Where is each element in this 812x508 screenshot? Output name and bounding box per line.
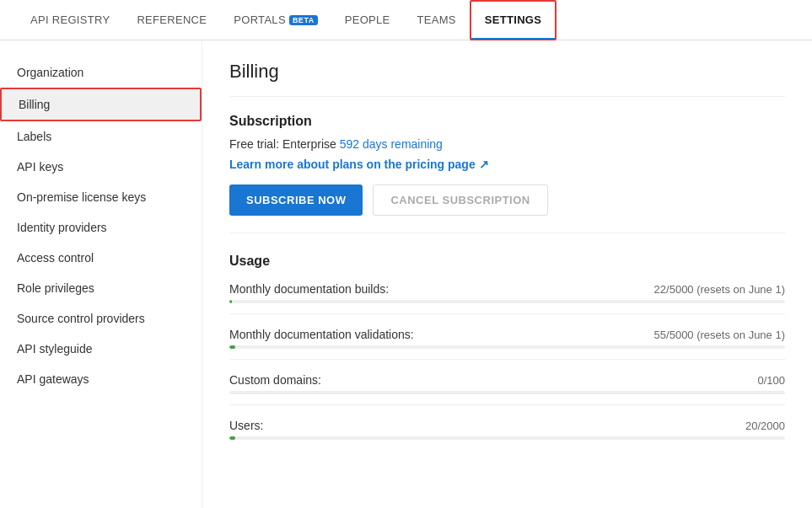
usage-label-1: Monthly documentation validations: [229,328,414,341]
sidebar-item-api-keys[interactable]: API keys [0,152,202,182]
page-title: Billing [229,61,785,97]
progress-bar-fill-0 [229,300,232,303]
sidebar-item-billing[interactable]: Billing [0,88,202,121]
usage-label-2: Custom domains: [229,373,321,387]
nav-item-portals[interactable]: PORTALSBETA [220,0,331,40]
usage-divider-0 [229,313,785,314]
usage-title: Usage [229,254,785,269]
usage-row-1: Monthly documentation validations:55/500… [229,328,785,341]
main-layout: OrganizationBillingLabelsAPI keysOn-prem… [0,40,812,508]
sidebar-item-access-control[interactable]: Access control [0,243,202,273]
sidebar-item-role-privileges[interactable]: Role privileges [0,273,202,303]
usage-value-3: 20/2000 [745,420,785,432]
usage-row-2: Custom domains:0/100 [229,373,785,387]
nav-item-people[interactable]: PEOPLE [331,0,404,40]
usage-divider-2 [229,404,785,405]
free-trial-prefix: Free trial: Enterprise [229,137,336,151]
free-trial-line: Free trial: Enterprise 592 days remainin… [229,137,785,151]
nav-item-api-registry[interactable]: API REGISTRY [17,0,123,40]
nav-item-settings[interactable]: SETTINGS [470,0,557,40]
progress-bar-bg-0 [229,300,785,303]
usage-divider-1 [229,359,785,360]
usage-item-3: Users:20/2000 [229,419,785,440]
subscribe-now-button[interactable]: SUBSCRIBE NOW [229,184,363,216]
usage-label-0: Monthly documentation builds: [229,282,389,296]
usage-value-1: 55/5000 (resets on June 1) [654,329,785,341]
sidebar: OrganizationBillingLabelsAPI keysOn-prem… [0,40,202,508]
sidebar-item-labels[interactable]: Labels [0,121,202,152]
subscription-title: Subscription [229,114,785,129]
sidebar-item-organization[interactable]: Organization [0,57,202,88]
progress-bar-bg-3 [229,436,785,440]
progress-bar-fill-3 [229,436,235,440]
nav-item-teams[interactable]: TEAMS [404,0,470,40]
usage-section: Usage Monthly documentation builds:22/50… [229,254,785,440]
sidebar-item-identity-providers[interactable]: Identity providers [0,212,202,243]
sidebar-item-api-styleguide[interactable]: API styleguide [0,334,202,364]
subscription-section: Subscription Free trial: Enterprise 592 … [229,114,785,233]
usage-item-0: Monthly documentation builds:22/5000 (re… [229,282,785,314]
progress-bar-fill-1 [229,345,235,349]
sidebar-item-on-premise[interactable]: On-premise license keys [0,182,202,212]
pricing-arrow-icon: ↗ [479,158,489,171]
beta-badge: BETA [289,15,318,25]
usage-item-2: Custom domains:0/100 [229,373,785,405]
usage-item-1: Monthly documentation validations:55/500… [229,328,785,360]
main-content: Billing Subscription Free trial: Enterpr… [202,40,812,508]
top-navigation: API REGISTRYREFERENCEPORTALSBETAPEOPLETE… [0,0,812,40]
cancel-subscription-button[interactable]: CANCEL SUBSCRIPTION [373,184,547,216]
usage-row-0: Monthly documentation builds:22/5000 (re… [229,282,785,296]
usage-row-3: Users:20/2000 [229,419,785,432]
pricing-link[interactable]: Learn more about plans on the pricing pa… [229,158,489,171]
progress-bar-bg-1 [229,345,785,349]
usage-label-3: Users: [229,419,263,432]
usage-items: Monthly documentation builds:22/5000 (re… [229,282,785,440]
days-remaining: 592 days remaining [340,137,443,151]
sidebar-item-source-control[interactable]: Source control providers [0,303,202,334]
pricing-link-text: Learn more about plans on the pricing pa… [229,158,476,171]
sidebar-item-api-gateways[interactable]: API gateways [0,364,202,394]
nav-item-reference[interactable]: REFERENCE [123,0,220,40]
subscription-buttons: SUBSCRIBE NOW CANCEL SUBSCRIPTION [229,184,785,233]
usage-value-2: 0/100 [757,374,785,387]
progress-bar-bg-2 [229,391,785,394]
usage-value-0: 22/5000 (resets on June 1) [654,283,785,296]
